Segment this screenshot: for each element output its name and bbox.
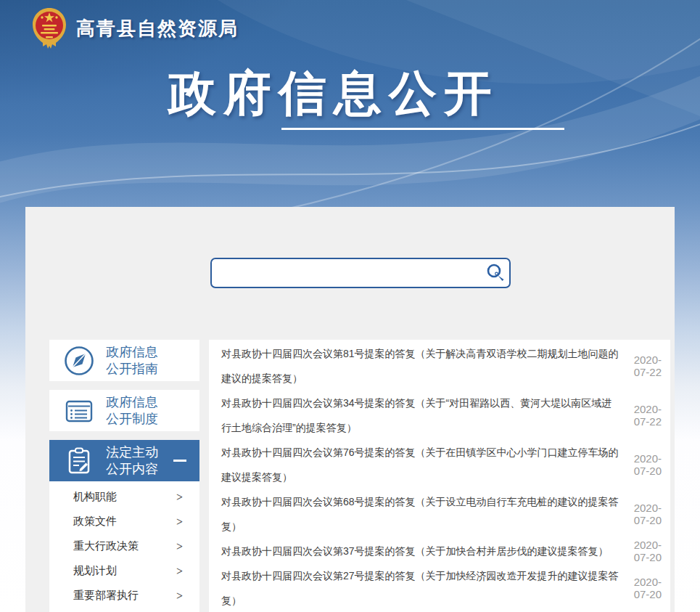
document-list-icon (62, 394, 96, 428)
list-item[interactable]: 对县政协十四届四次会议第37号提案的答复（关于加快合村并居步伐的建议提案答复） … (221, 539, 662, 563)
sidebar-item-major-decisions[interactable]: 重大行政决策 ＞ (49, 534, 199, 558)
article-list: 对县政协十四届四次会议第81号提案的答复（关于解决高青双语学校二期规划土地问题的… (209, 340, 670, 612)
clipboard-pen-icon (62, 444, 96, 478)
sidebar-item-statutory-disclosure[interactable]: 法定主动 公开内容 (49, 440, 199, 481)
site-name: 高青县自然资源局 (76, 16, 239, 41)
article-title[interactable]: 对县政协十四届四次会议第81号提案的答复（关于解决高青双语学校二期规划土地问题的… (221, 341, 619, 391)
list-item[interactable]: 对县政协十四届四次会议第27号提案的答复（关于加快经济园改造开发提升的建议提案答… (221, 563, 662, 612)
title-underline (281, 128, 564, 130)
submenu-label: 机构职能 (73, 490, 117, 504)
article-date: 2020-07-22 (619, 354, 662, 378)
article-date: 2020-07-20 (619, 502, 662, 526)
search-button[interactable] (482, 259, 509, 287)
sidebar-item-planning[interactable]: 规划计划 ＞ (49, 558, 199, 583)
page: 高青县自然资源局 政府信息公开 (0, 0, 700, 612)
national-emblem-icon (32, 7, 67, 49)
search-icon (485, 262, 506, 284)
list-item[interactable]: 对县政协十四届四次会议第68号提案的答复（关于设立电动自行车充电桩的建议的提案答… (221, 489, 662, 539)
article-date: 2020-07-20 (619, 452, 662, 477)
sidebar-item-disclosure-guide[interactable]: 政府信息 公开指南 (49, 340, 199, 381)
article-title[interactable]: 对县政协十四届四次会议第37号提案的答复（关于加快合村并居步伐的建议提案答复） (221, 539, 619, 563)
article-date: 2020-07-22 (619, 403, 662, 428)
sidebar-item-disclosure-rules[interactable]: 政府信息 公开制度 (49, 390, 199, 431)
article-title[interactable]: 对县政协十四届四次会议第68号提案的答复（关于设立电动自行车充电桩的建议的提案答… (221, 489, 619, 539)
chevron-right-icon: ＞ (174, 562, 185, 579)
sidebar-item-policy-documents[interactable]: 政策文件 ＞ (49, 509, 199, 534)
submenu-label: 规划计划 (73, 564, 117, 578)
sidebar-item-label: 政府信息 公开制度 (106, 394, 158, 428)
content-panel: 政府信息 公开指南 政府信息 公开制度 (25, 207, 675, 612)
submenu-label: 政策文件 (73, 515, 117, 529)
compass-icon (62, 344, 96, 378)
collapse-minus-icon (173, 460, 186, 462)
sidebar-submenu: 机构职能 ＞ 政策文件 ＞ 重大行政决策 ＞ 规划计划 ＞ 重要部署执行 ＞ (49, 481, 199, 612)
article-title[interactable]: 对县政协十四届四次会议第76号提案的答复（关于在田镇学区中心小学门口建立停车场的… (221, 440, 619, 489)
sidebar-item-label: 法定主动 公开内容 (106, 444, 158, 478)
search-box (210, 258, 511, 288)
chevron-right-icon: ＞ (174, 513, 185, 530)
sidebar-item-label: 政府信息 公开指南 (106, 344, 158, 378)
article-date: 2020-07-20 (619, 539, 662, 563)
chevron-right-icon: ＞ (174, 537, 185, 555)
chevron-right-icon: ＞ (174, 587, 185, 604)
list-item[interactable]: 对县政协十四届四次会议第76号提案的答复（关于在田镇学区中心小学门口建立停车场的… (221, 440, 662, 489)
site-brand[interactable]: 高青县自然资源局 (32, 7, 239, 49)
search-input[interactable] (212, 259, 482, 287)
article-title[interactable]: 对县政协十四届四次会议第34号提案的答复（关于“对田翟路以西、黄河大堤以南区域进… (221, 391, 619, 440)
sidebar-item-key-deployments[interactable]: 重要部署执行 ＞ (49, 583, 199, 608)
article-date: 2020-07-20 (619, 576, 662, 600)
submenu-label: 重大行政决策 (73, 539, 139, 553)
sidebar: 政府信息 公开指南 政府信息 公开制度 (49, 340, 199, 612)
list-item[interactable]: 对县政协十四届四次会议第81号提案的答复（关于解决高青双语学校二期规划土地问题的… (221, 341, 662, 391)
list-item[interactable]: 对县政协十四届四次会议第34号提案的答复（关于“对田翟路以西、黄河大堤以南区域进… (221, 391, 662, 440)
submenu-label: 重要部署执行 (73, 589, 139, 603)
page-title: 政府信息公开 (109, 61, 559, 126)
sidebar-item-agency-functions[interactable]: 机构职能 ＞ (49, 484, 199, 509)
chevron-right-icon: ＞ (174, 488, 185, 505)
article-title[interactable]: 对县政协十四届四次会议第27号提案的答复（关于加快经济园改造开发提升的建议提案答… (221, 563, 619, 612)
